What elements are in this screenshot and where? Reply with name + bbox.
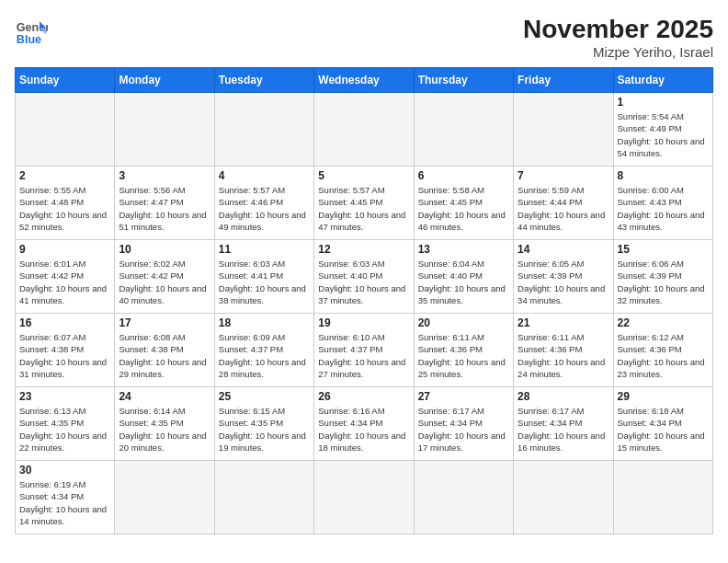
day-header-row: SundayMondayTuesdayWednesdayThursdayFrid… (16, 68, 713, 93)
day-cell: 11Sunrise: 6:03 AM Sunset: 4:41 PM Dayli… (214, 240, 313, 314)
day-cell (214, 93, 313, 167)
svg-text:Blue: Blue (17, 33, 41, 46)
day-number: 19 (318, 316, 409, 329)
day-cell: 5Sunrise: 5:57 AM Sunset: 4:45 PM Daylig… (314, 167, 414, 240)
day-info: Sunrise: 5:57 AM Sunset: 4:46 PM Dayligh… (219, 184, 310, 233)
day-info: Sunrise: 6:07 AM Sunset: 4:38 PM Dayligh… (19, 331, 110, 380)
day-number: 15 (618, 243, 709, 256)
day-cell: 9Sunrise: 6:01 AM Sunset: 4:42 PM Daylig… (16, 240, 115, 314)
logo-icon: General Blue (15, 15, 48, 48)
day-cell: 24Sunrise: 6:14 AM Sunset: 4:35 PM Dayli… (115, 387, 214, 461)
day-info: Sunrise: 6:10 AM Sunset: 4:37 PM Dayligh… (318, 331, 409, 380)
day-info: Sunrise: 5:54 AM Sunset: 4:49 PM Dayligh… (618, 110, 709, 159)
day-number: 24 (119, 390, 210, 403)
day-cell: 13Sunrise: 6:04 AM Sunset: 4:40 PM Dayli… (414, 240, 513, 314)
day-info: Sunrise: 6:16 AM Sunset: 4:34 PM Dayligh… (318, 405, 409, 454)
location-title: Mizpe Yeriho, Israel (523, 44, 713, 60)
day-cell: 25Sunrise: 6:15 AM Sunset: 4:35 PM Dayli… (214, 387, 313, 461)
day-cell: 17Sunrise: 6:08 AM Sunset: 4:38 PM Dayli… (115, 314, 214, 387)
day-cell: 4Sunrise: 5:57 AM Sunset: 4:46 PM Daylig… (214, 167, 313, 240)
week-row-6: 30Sunrise: 6:19 AM Sunset: 4:34 PM Dayli… (16, 461, 713, 534)
day-header-thursday: Thursday (414, 68, 513, 93)
day-cell (514, 93, 613, 167)
day-number: 12 (318, 243, 409, 256)
calendar: SundayMondayTuesdayWednesdayThursdayFrid… (15, 67, 713, 534)
day-cell: 21Sunrise: 6:11 AM Sunset: 4:36 PM Dayli… (514, 314, 613, 387)
day-number: 2 (19, 169, 110, 182)
day-cell (613, 461, 712, 534)
day-info: Sunrise: 6:11 AM Sunset: 4:36 PM Dayligh… (418, 331, 509, 380)
week-row-2: 2Sunrise: 5:55 AM Sunset: 4:48 PM Daylig… (16, 167, 713, 240)
day-info: Sunrise: 6:11 AM Sunset: 4:36 PM Dayligh… (518, 331, 609, 380)
day-header-monday: Monday (115, 68, 214, 93)
logo: General Blue (15, 15, 48, 48)
day-info: Sunrise: 6:15 AM Sunset: 4:35 PM Dayligh… (219, 405, 310, 454)
day-number: 27 (418, 390, 509, 403)
day-info: Sunrise: 6:05 AM Sunset: 4:39 PM Dayligh… (518, 258, 609, 306)
day-number: 11 (219, 243, 310, 256)
day-number: 18 (219, 316, 310, 329)
day-number: 6 (418, 169, 509, 182)
day-number: 25 (219, 390, 310, 403)
day-cell: 18Sunrise: 6:09 AM Sunset: 4:37 PM Dayli… (214, 314, 313, 387)
day-cell: 16Sunrise: 6:07 AM Sunset: 4:38 PM Dayli… (16, 314, 115, 387)
day-number: 7 (518, 169, 609, 182)
day-cell: 30Sunrise: 6:19 AM Sunset: 4:34 PM Dayli… (16, 461, 115, 534)
day-cell (314, 93, 414, 167)
week-row-3: 9Sunrise: 6:01 AM Sunset: 4:42 PM Daylig… (16, 240, 713, 314)
day-cell: 6Sunrise: 5:58 AM Sunset: 4:45 PM Daylig… (414, 167, 513, 240)
day-cell: 27Sunrise: 6:17 AM Sunset: 4:34 PM Dayli… (414, 387, 513, 461)
day-cell: 15Sunrise: 6:06 AM Sunset: 4:39 PM Dayli… (613, 240, 712, 314)
day-header-tuesday: Tuesday (214, 68, 313, 93)
day-cell: 28Sunrise: 6:17 AM Sunset: 4:34 PM Dayli… (514, 387, 613, 461)
day-info: Sunrise: 6:13 AM Sunset: 4:35 PM Dayligh… (19, 405, 110, 454)
day-cell (414, 93, 513, 167)
day-header-wednesday: Wednesday (314, 68, 414, 93)
day-info: Sunrise: 6:03 AM Sunset: 4:41 PM Dayligh… (219, 258, 310, 306)
day-number: 1 (618, 96, 709, 109)
day-number: 29 (618, 390, 709, 403)
week-row-4: 16Sunrise: 6:07 AM Sunset: 4:38 PM Dayli… (16, 314, 713, 387)
day-cell: 23Sunrise: 6:13 AM Sunset: 4:35 PM Dayli… (16, 387, 115, 461)
day-info: Sunrise: 5:56 AM Sunset: 4:47 PM Dayligh… (119, 184, 210, 233)
day-number: 5 (318, 169, 409, 182)
day-cell: 22Sunrise: 6:12 AM Sunset: 4:36 PM Dayli… (613, 314, 712, 387)
day-number: 28 (518, 390, 609, 403)
day-cell: 14Sunrise: 6:05 AM Sunset: 4:39 PM Dayli… (514, 240, 613, 314)
title-area: November 2025 Mizpe Yeriho, Israel (523, 15, 713, 60)
week-row-1: 1Sunrise: 5:54 AM Sunset: 4:49 PM Daylig… (16, 93, 713, 167)
day-info: Sunrise: 6:01 AM Sunset: 4:42 PM Dayligh… (19, 258, 110, 306)
day-number: 16 (19, 316, 110, 329)
day-number: 17 (119, 316, 210, 329)
day-number: 20 (418, 316, 509, 329)
day-number: 30 (19, 464, 110, 477)
day-number: 8 (618, 169, 709, 182)
day-cell: 8Sunrise: 6:00 AM Sunset: 4:43 PM Daylig… (613, 167, 712, 240)
day-cell: 19Sunrise: 6:10 AM Sunset: 4:37 PM Dayli… (314, 314, 414, 387)
day-cell (115, 461, 214, 534)
day-cell: 26Sunrise: 6:16 AM Sunset: 4:34 PM Dayli… (314, 387, 414, 461)
day-number: 3 (119, 169, 210, 182)
day-number: 14 (518, 243, 609, 256)
day-info: Sunrise: 6:12 AM Sunset: 4:36 PM Dayligh… (618, 331, 709, 380)
day-info: Sunrise: 5:59 AM Sunset: 4:44 PM Dayligh… (518, 184, 609, 233)
day-cell: 29Sunrise: 6:18 AM Sunset: 4:34 PM Dayli… (613, 387, 712, 461)
day-info: Sunrise: 6:08 AM Sunset: 4:38 PM Dayligh… (119, 331, 210, 380)
week-row-5: 23Sunrise: 6:13 AM Sunset: 4:35 PM Dayli… (16, 387, 713, 461)
day-info: Sunrise: 5:58 AM Sunset: 4:45 PM Dayligh… (418, 184, 509, 233)
day-info: Sunrise: 5:55 AM Sunset: 4:48 PM Dayligh… (19, 184, 110, 233)
day-info: Sunrise: 5:57 AM Sunset: 4:45 PM Dayligh… (318, 184, 409, 233)
day-cell: 2Sunrise: 5:55 AM Sunset: 4:48 PM Daylig… (16, 167, 115, 240)
header: General Blue November 2025 Mizpe Yeriho,… (15, 15, 713, 60)
day-info: Sunrise: 6:06 AM Sunset: 4:39 PM Dayligh… (618, 258, 709, 306)
day-number: 21 (518, 316, 609, 329)
day-cell (115, 93, 214, 167)
day-info: Sunrise: 6:04 AM Sunset: 4:40 PM Dayligh… (418, 258, 509, 306)
month-title: November 2025 (523, 15, 713, 44)
day-number: 13 (418, 243, 509, 256)
day-number: 10 (119, 243, 210, 256)
day-info: Sunrise: 6:18 AM Sunset: 4:34 PM Dayligh… (618, 405, 709, 454)
day-cell (314, 461, 414, 534)
day-number: 23 (19, 390, 110, 403)
day-number: 26 (318, 390, 409, 403)
